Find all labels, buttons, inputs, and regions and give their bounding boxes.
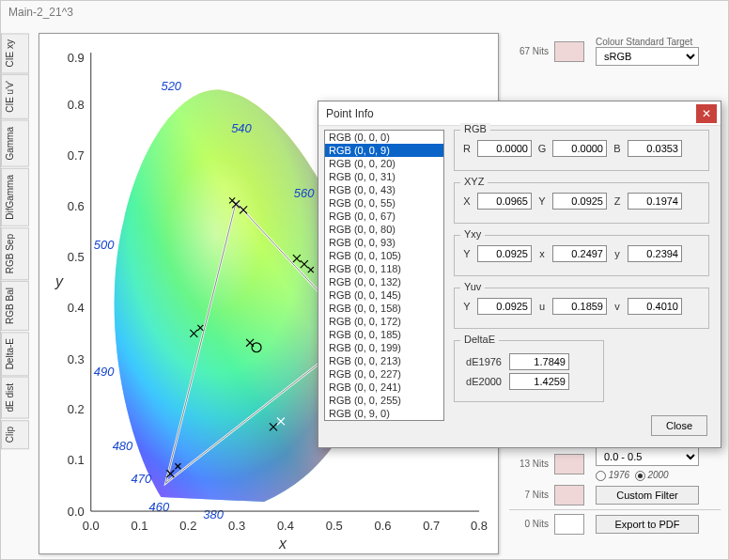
list-item[interactable]: RGB (0, 0, 185) — [325, 328, 443, 341]
point-info-dialog: Point Info ✕ RGB (0, 0, 0)RGB (0, 0, 9)R… — [318, 101, 721, 448]
svg-text:490: 490 — [94, 365, 115, 379]
list-item[interactable]: RGB (0, 0, 213) — [325, 354, 443, 367]
custom-filter-button[interactable]: Custom Filter — [596, 486, 699, 505]
svg-text:0.0: 0.0 — [83, 519, 100, 533]
dialog-title: Point Info — [318, 101, 721, 126]
list-item[interactable]: RGB (0, 0, 255) — [325, 394, 443, 407]
nits-67: 67 Nits — [509, 46, 549, 56]
list-item[interactable]: RGB (0, 0, 241) — [325, 381, 443, 394]
filter-range-select[interactable]: 0.0 - 0.5 — [596, 447, 699, 466]
svg-text:0.2: 0.2 — [179, 519, 196, 533]
svg-text:380: 380 — [203, 507, 224, 521]
list-item[interactable]: RGB (0, 0, 80) — [325, 223, 443, 236]
list-item[interactable]: RGB (0, 0, 20) — [325, 157, 443, 170]
svg-text:560: 560 — [294, 186, 315, 200]
yxy-y[interactable] — [628, 245, 682, 262]
svg-text:470: 470 — [132, 472, 152, 486]
group-deltae-label: DeltaE — [460, 334, 499, 345]
tab-difgamma[interactable]: DifGamma — [1, 168, 29, 226]
radio-1976[interactable] — [596, 471, 606, 481]
list-item[interactable]: RGB (0, 9, 9) — [325, 420, 443, 421]
svg-text:0.3: 0.3 — [228, 519, 245, 533]
list-item[interactable]: RGB (0, 9, 0) — [325, 407, 443, 420]
tab-cie-xy[interactable]: CIE xy — [1, 33, 29, 73]
svg-text:x: x — [278, 536, 287, 552]
svg-text:y: y — [54, 273, 64, 289]
list-item[interactable]: RGB (0, 0, 199) — [325, 341, 443, 354]
svg-text:0.8: 0.8 — [471, 519, 488, 533]
yxy-x[interactable] — [552, 245, 607, 262]
swatch-13 — [554, 454, 584, 474]
svg-text:0.2: 0.2 — [68, 402, 85, 416]
window-title: Main-2_21^3 — [1, 1, 728, 23]
xyz-z[interactable] — [628, 193, 682, 210]
list-item[interactable]: RGB (0, 0, 43) — [325, 183, 443, 196]
list-item[interactable]: RGB (0, 0, 118) — [325, 262, 443, 275]
swatch-67 — [554, 41, 584, 62]
svg-text:500: 500 — [94, 238, 115, 252]
export-pdf-button[interactable]: Export to PDF — [596, 515, 699, 534]
group-yxy-label: Yxy — [460, 228, 485, 240]
group-xyz-label: XYZ — [460, 176, 488, 187]
nits-0: 0 Nits — [509, 519, 549, 529]
list-item[interactable]: RGB (0, 0, 132) — [325, 275, 443, 288]
svg-text:0.6: 0.6 — [375, 519, 392, 533]
list-item[interactable]: RGB (0, 0, 0) — [325, 131, 443, 144]
list-item[interactable]: RGB (0, 0, 105) — [325, 249, 443, 262]
list-item[interactable]: RGB (0, 0, 55) — [325, 196, 443, 210]
color-std-select[interactable]: sRGB — [596, 47, 699, 66]
swatch-7 — [554, 485, 584, 506]
radio-2000[interactable] — [635, 471, 645, 481]
svg-text:460: 460 — [149, 500, 170, 514]
rgb-b[interactable] — [628, 140, 682, 157]
svg-text:0.3: 0.3 — [68, 352, 85, 366]
rgb-g[interactable] — [552, 140, 607, 157]
tab-delta-e[interactable]: Delta-E — [1, 332, 29, 376]
tab-de-dist[interactable]: dE dist — [1, 377, 29, 419]
svg-text:0.0: 0.0 — [68, 505, 85, 519]
tab-rgb-sep[interactable]: RGB Sep — [1, 227, 29, 280]
rgb-r[interactable] — [477, 140, 532, 157]
svg-text:0.5: 0.5 — [68, 250, 85, 264]
svg-text:0.5: 0.5 — [326, 519, 343, 533]
svg-text:0.8: 0.8 — [68, 98, 85, 112]
tab-rgb-bal[interactable]: RGB Bal — [1, 281, 29, 331]
de1976[interactable] — [509, 353, 569, 370]
color-std-label: Colour Standard Target — [596, 37, 699, 47]
swatch-0 — [554, 514, 584, 535]
svg-text:480: 480 — [113, 439, 133, 453]
yxy-Y[interactable] — [477, 245, 532, 262]
svg-text:520: 520 — [161, 79, 181, 93]
svg-text:0.1: 0.1 — [68, 453, 85, 467]
list-item[interactable]: RGB (0, 0, 67) — [325, 210, 443, 223]
tab-clip[interactable]: Clip — [1, 420, 29, 449]
list-item[interactable]: RGB (0, 0, 158) — [325, 302, 443, 315]
list-item[interactable]: RGB (0, 0, 93) — [325, 236, 443, 249]
svg-text:0.4: 0.4 — [277, 519, 294, 533]
point-list[interactable]: RGB (0, 0, 0)RGB (0, 0, 9)RGB (0, 0, 20)… — [324, 130, 444, 421]
list-item[interactable]: RGB (0, 0, 145) — [325, 288, 443, 302]
list-item[interactable]: RGB (0, 0, 172) — [325, 315, 443, 328]
list-item[interactable]: RGB (0, 0, 227) — [325, 367, 443, 381]
svg-text:0.7: 0.7 — [423, 519, 440, 533]
yuv-u[interactable] — [552, 298, 607, 315]
close-button[interactable]: Close — [651, 415, 707, 436]
svg-text:0.7: 0.7 — [68, 148, 85, 163]
svg-text:0.1: 0.1 — [132, 519, 148, 533]
de2000[interactable] — [509, 373, 569, 390]
list-item[interactable]: RGB (0, 0, 31) — [325, 170, 443, 183]
tab-gamma[interactable]: Gamma — [1, 120, 29, 167]
nits-7: 7 Nits — [509, 490, 549, 500]
group-rgb-label: RGB — [460, 123, 490, 134]
tab-cie-u-v-[interactable]: CIE u'v' — [1, 74, 29, 119]
list-item[interactable]: RGB (0, 0, 9) — [325, 144, 443, 157]
close-icon[interactable]: ✕ — [696, 104, 717, 123]
group-yuv-label: Yuv — [460, 281, 485, 292]
svg-text:0.4: 0.4 — [68, 301, 85, 315]
yuv-Y[interactable] — [477, 298, 532, 315]
svg-text:540: 540 — [231, 121, 252, 135]
xyz-x[interactable] — [477, 193, 532, 210]
xyz-y[interactable] — [552, 193, 607, 210]
yuv-v[interactable] — [628, 298, 682, 315]
svg-text:0.6: 0.6 — [68, 199, 85, 213]
